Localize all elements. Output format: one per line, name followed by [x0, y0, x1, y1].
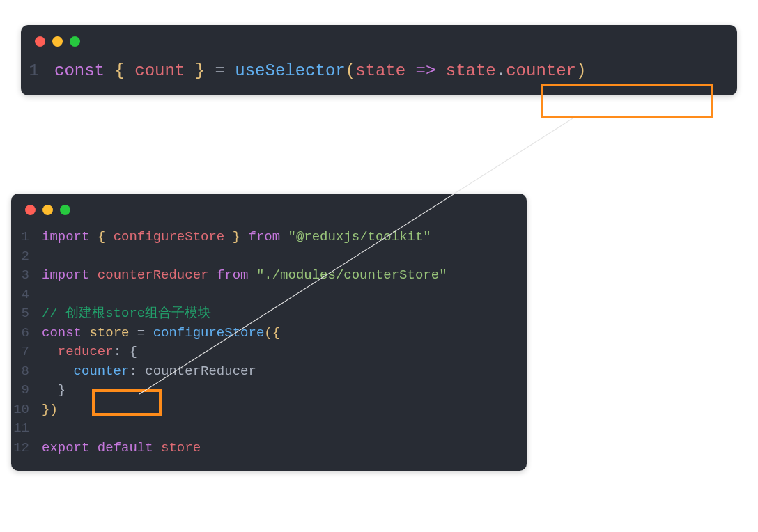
zoom-icon [70, 36, 80, 47]
close-icon [25, 205, 36, 215]
token-ident: counterReducer [98, 266, 209, 285]
token-string: "@reduxjs/toolkit" [288, 228, 431, 247]
code-line: 4 [11, 285, 527, 305]
token-dot: . [496, 59, 506, 83]
token-ident: store [161, 439, 201, 458]
token-space [82, 324, 89, 343]
token-ident: configureStore [114, 228, 225, 247]
code-line: 8 counter : counterReducer [11, 362, 527, 382]
token-keyword: from [217, 266, 249, 285]
token-value: counterReducer [145, 362, 256, 382]
traffic-lights [11, 205, 527, 228]
token-brace: } [224, 228, 248, 247]
token-eq: = [129, 324, 153, 343]
token-paren: ({ [264, 324, 280, 343]
token-prop: counter [74, 362, 130, 382]
token-brace: } [185, 59, 215, 83]
close-icon [35, 36, 45, 47]
code-line: 12 export default store [11, 439, 527, 458]
line-number: 6 [11, 324, 42, 343]
line-number: 1 [11, 228, 42, 247]
token-prop: counter [506, 59, 576, 83]
token-paren: ) [576, 59, 586, 83]
line-number: 4 [11, 285, 42, 305]
line-number: 12 [11, 439, 42, 458]
token-function: configureStore [153, 324, 265, 343]
code-line: 7 reducer : { [11, 343, 527, 362]
token-keyword: from [249, 228, 281, 247]
token-prop: reducer [58, 343, 114, 362]
token-ident: store [89, 324, 129, 343]
token-indent [42, 381, 58, 400]
token-space [89, 266, 97, 285]
line-number: 7 [11, 343, 42, 362]
token-string: "./modules/counterStore" [256, 266, 447, 285]
line-number: 10 [11, 400, 42, 420]
token-brace: } [58, 381, 65, 400]
zoom-icon [60, 205, 70, 215]
token-brace: { [105, 59, 134, 83]
code-window-bottom: 1 import { configureStore } from "@redux… [11, 194, 527, 471]
code-line: 9 } [11, 381, 527, 400]
token-eq: = [215, 59, 235, 83]
token-function: useSelector [235, 59, 345, 83]
token-keyword: default [89, 439, 161, 458]
line-number: 2 [11, 247, 42, 267]
code-line: 5 // 创建根store组合子模块 [11, 304, 527, 324]
code-line: 6 const store = configureStore ({ [11, 324, 527, 343]
code-line: 11 [11, 419, 527, 439]
token-brace: { [89, 228, 113, 247]
code-line: 10 }) [11, 400, 527, 420]
token-keyword: const [42, 324, 82, 343]
token-keyword: export [42, 439, 89, 458]
line-number: 9 [11, 381, 42, 400]
line-number: 1 [26, 59, 54, 83]
line-number: 11 [11, 419, 42, 439]
token-indent [42, 343, 58, 362]
line-number: 5 [11, 304, 42, 324]
token-comment: // 创建根store组合子模块 [42, 304, 211, 324]
token-keyword: import [42, 266, 89, 285]
token-colon: : [129, 362, 145, 382]
token-paren: ( [346, 59, 355, 83]
token-space [248, 266, 256, 285]
code-line: 1 const { count } = useSelector ( state … [21, 59, 737, 83]
token-keyword: import [42, 228, 89, 247]
minimize-icon [42, 205, 53, 215]
token-colon: : { [114, 343, 137, 362]
token-obj: state [446, 59, 496, 83]
traffic-lights [21, 36, 737, 59]
token-var: count [134, 59, 185, 83]
token-indent [42, 362, 74, 382]
line-number: 8 [11, 362, 42, 382]
token-space [208, 266, 216, 285]
token-keyword: const [54, 59, 105, 83]
minimize-icon [52, 36, 63, 47]
token-space [280, 228, 288, 247]
code-line: 2 [11, 247, 527, 267]
token-brace: }) [42, 400, 58, 420]
code-window-top: 1 const { count } = useSelector ( state … [21, 25, 737, 95]
code-line: 3 import counterReducer from "./modules/… [11, 266, 527, 285]
token-arrow: => [405, 59, 446, 83]
token-param: state [355, 59, 405, 83]
line-number: 3 [11, 266, 42, 285]
code-line: 1 import { configureStore } from "@redux… [11, 228, 527, 247]
